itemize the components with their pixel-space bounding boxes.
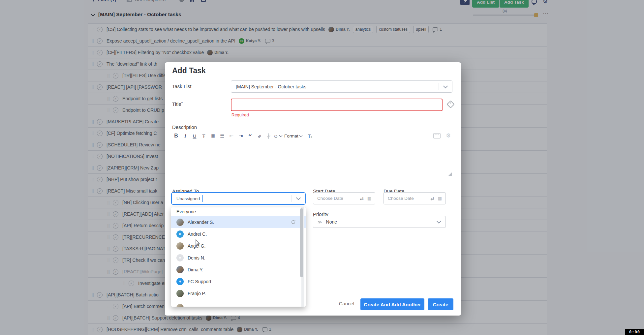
user-avatar	[176, 290, 184, 297]
scrollbar-thumb[interactable]	[300, 208, 303, 277]
dropdown-partial-item	[176, 304, 184, 307]
user-avatar	[176, 219, 184, 226]
assignee-option[interactable]: Franjo P.	[171, 288, 306, 299]
text-cursor	[202, 195, 203, 202]
task-list-select[interactable]: [MAIN] September - October tasks	[231, 80, 452, 93]
dropdown-group-everyone[interactable]: Everyone	[171, 207, 306, 216]
start-date-field[interactable]: Choose Date ⇄ ▦	[313, 192, 375, 204]
assignee-option[interactable]: Alexander S.	[171, 216, 306, 228]
timer-badge: 0:00	[625, 329, 644, 335]
title-label: Title*	[172, 101, 183, 107]
assignee-option[interactable]: ✳Denis N.	[171, 252, 306, 264]
user-name: FC Support	[188, 279, 211, 284]
user-name: Denis N.	[188, 255, 205, 260]
italic-icon[interactable]: I	[181, 131, 190, 140]
description-editor[interactable]	[171, 141, 452, 171]
template-icon[interactable]	[433, 133, 441, 138]
strikethrough-icon[interactable]: Ŧ	[199, 131, 208, 140]
user-avatar: ✻	[176, 230, 184, 238]
assigned-to-input[interactable]: Unassigned	[171, 192, 306, 205]
user-name: Dima Y.	[188, 267, 203, 272]
caret-icon	[299, 134, 302, 137]
create-button[interactable]: Create	[428, 298, 453, 310]
swap-dates-icon[interactable]: ⇄	[430, 196, 434, 201]
chevron-down-icon	[443, 83, 448, 88]
dropdown-scrollbar[interactable]	[301, 207, 304, 307]
bulleted-list-icon[interactable]: ☰	[218, 131, 227, 140]
editor-settings-icon[interactable]: ⚙	[446, 132, 451, 139]
description-label: Description	[172, 124, 197, 130]
tag-icon[interactable]	[446, 100, 454, 108]
priority-select[interactable]: ≫ None	[313, 216, 446, 228]
calendar-icon[interactable]: ▦	[438, 196, 442, 201]
task-list-label: Task List	[172, 83, 191, 89]
editor-toolbar: BIUŦ≣☰⇤⇥“∞∞☺FormatTx	[171, 131, 315, 141]
cancel-button[interactable]: Cancel	[335, 301, 358, 306]
user-avatar	[176, 242, 184, 250]
resize-handle-icon[interactable]	[448, 172, 452, 176]
mouse-cursor	[196, 239, 201, 248]
editor-toolbar-right: ⚙	[433, 132, 451, 139]
user-avatar: ✻	[176, 278, 184, 285]
create-and-add-another-button[interactable]: Create And Add Another	[360, 298, 424, 310]
modal-title: Add Task	[172, 66, 206, 75]
underline-icon[interactable]: U	[190, 131, 199, 140]
bold-icon[interactable]: B	[171, 131, 181, 140]
chevron-down-icon	[437, 219, 441, 224]
assignee-dropdown: Everyone Alexander S.✻Andrei C.Angel G.✳…	[171, 207, 306, 307]
assignee-option[interactable]: Dima Y.	[171, 264, 306, 276]
app-root: Filter (1) Not Completed ✕ Add List Add …	[0, 0, 644, 335]
refresh-icon[interactable]	[291, 220, 296, 226]
priority-icon: ≫	[318, 220, 322, 225]
numbered-list-icon[interactable]: ≣	[208, 131, 218, 140]
user-avatar	[176, 266, 184, 273]
user-name: Andrei C.	[188, 231, 207, 237]
assignee-option[interactable]: Angel G.	[171, 240, 306, 252]
increase-indent-icon[interactable]: ⇥	[236, 131, 245, 140]
decrease-indent-icon: ⇤	[227, 131, 236, 140]
remove-format-icon[interactable]: Tx	[305, 131, 315, 140]
format-dropdown-icon[interactable]: Format	[282, 131, 305, 140]
emoji-icon[interactable]: ☺	[273, 131, 282, 140]
swap-dates-icon[interactable]: ⇄	[360, 196, 364, 201]
user-avatar	[176, 304, 184, 307]
user-name: Franjo P.	[188, 291, 206, 296]
calendar-icon[interactable]: ▦	[367, 196, 371, 201]
assignee-option[interactable]: ✻Andrei C.	[171, 228, 306, 240]
due-date-field[interactable]: Choose Date ⇄ ▦	[383, 192, 446, 204]
title-error: Required	[231, 112, 249, 117]
chevron-down-icon	[296, 196, 301, 200]
user-name: Alexander S.	[188, 220, 214, 225]
assignee-option[interactable]: ✻FC Support	[171, 276, 306, 288]
title-input[interactable]	[231, 99, 443, 111]
user-avatar: ✳	[176, 254, 184, 261]
